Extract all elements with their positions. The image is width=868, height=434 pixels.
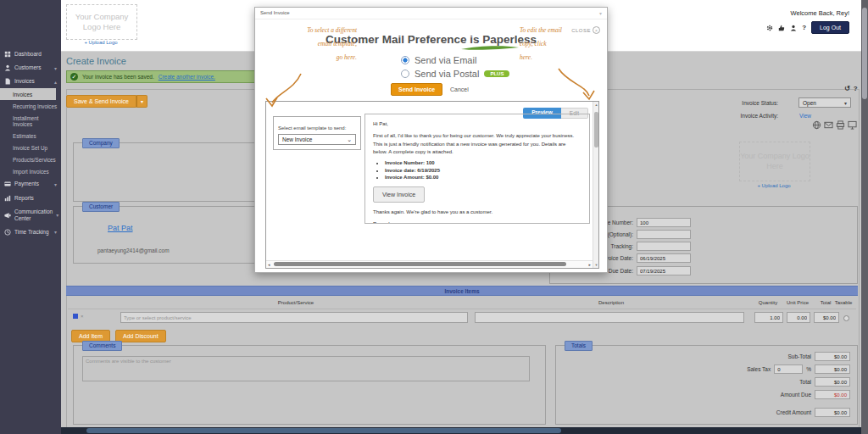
- send-invoice-modal: Send Invoice ▾ CLOSE × Customer Mail Pre…: [254, 7, 608, 273]
- modal-send-invoice-button[interactable]: Send Invoice: [391, 83, 442, 96]
- scrollbar-thumb[interactable]: [594, 112, 598, 147]
- comments-textarea[interactable]: [82, 356, 530, 381]
- sales-tax-rate-input[interactable]: [774, 364, 803, 374]
- globe-icon[interactable]: [812, 120, 821, 130]
- quantity-input[interactable]: [754, 312, 783, 323]
- unit-price-input[interactable]: [787, 312, 810, 323]
- radio-selected-icon[interactable]: [401, 56, 409, 64]
- green-underline-swoosh: [460, 45, 520, 51]
- percent-sign: %: [806, 366, 811, 372]
- email-body-text: First of all, I'd like to thank you for …: [373, 132, 581, 156]
- gear-icon[interactable]: [766, 25, 773, 31]
- scroll-right-icon[interactable]: ▸: [588, 262, 591, 267]
- save-send-invoice-button[interactable]: Save & Send Invoice: [66, 95, 136, 108]
- total-row: Total $0.00: [799, 377, 850, 387]
- user-icon[interactable]: [790, 25, 797, 31]
- sidebar-item-reports[interactable]: Reports: [0, 192, 61, 205]
- scroll-down-icon[interactable]: ▼: [593, 263, 599, 267]
- send-via-email-option[interactable]: Send via Email: [401, 55, 509, 65]
- create-another-invoice-link[interactable]: Create another invoice.: [159, 74, 215, 80]
- email-closing: Thanks again. We're glad to have you as …: [373, 209, 581, 216]
- sidebar-item-customers[interactable]: Customers ▾: [0, 61, 61, 75]
- grid-icon: [4, 51, 11, 58]
- col-quantity: Quantity: [748, 300, 788, 305]
- totals-section-label: Totals: [565, 341, 593, 351]
- email-bullet-invoice-date: Invoice date: 6/19/2025: [385, 168, 581, 173]
- help-icon[interactable]: ?: [854, 85, 858, 92]
- sidebar-item-invoices[interactable]: Invoices ▴: [0, 75, 61, 88]
- clock-icon: [4, 229, 11, 236]
- send-via-postal-option[interactable]: Send via Postal PLUS: [401, 69, 509, 79]
- col-description: Description: [475, 300, 748, 305]
- history-icon[interactable]: ↺: [844, 85, 850, 92]
- scrollbar-thumb[interactable]: [274, 262, 566, 266]
- sidebar-item-dashboard[interactable]: Dashboard: [0, 47, 61, 61]
- customer-name-link[interactable]: Pat Pat: [108, 224, 133, 232]
- credit-amount-label: Credit Amount: [776, 409, 811, 415]
- sidebar-subitem-installment-invoices[interactable]: Installment Invoices: [0, 112, 61, 130]
- print-icon[interactable]: [836, 120, 845, 130]
- template-select[interactable]: New Invoice ⌄: [278, 134, 356, 145]
- row-handle-icon[interactable]: [73, 314, 78, 319]
- panel-horizontal-scrollbar[interactable]: ◂ ▸: [266, 260, 593, 268]
- product-service-input[interactable]: [120, 312, 468, 323]
- sidebar-subitem-invoices[interactable]: Invoices: [0, 88, 56, 100]
- view-invoice-button[interactable]: View Invoice: [373, 186, 425, 203]
- sidebar-subitem-invoice-set-up[interactable]: Invoice Set Up: [0, 142, 61, 153]
- tracking-input[interactable]: [637, 242, 691, 251]
- invoice-items-title: Invoice Items: [444, 288, 479, 294]
- sidebar-item-payments[interactable]: Payments ▾: [0, 177, 61, 191]
- total-input[interactable]: [814, 312, 839, 323]
- monitor-icon[interactable]: [848, 120, 857, 130]
- help-icon[interactable]: ?: [802, 24, 806, 31]
- description-input[interactable]: [475, 312, 744, 323]
- check-icon: ✓: [70, 73, 78, 81]
- bar-chart-icon: [4, 195, 11, 202]
- logout-button[interactable]: Log Out: [811, 21, 849, 34]
- delete-row-icon[interactable]: ×: [81, 314, 84, 319]
- company-logo-placeholder[interactable]: Your Company Logo Here: [66, 4, 137, 40]
- template-picker: Select email template to send: New Invoi…: [273, 116, 361, 150]
- chevron-down-icon: ▾: [54, 229, 57, 235]
- mail-option-group: Send via Email Send via Postal PLUS: [401, 55, 509, 82]
- total-label: Total: [799, 379, 811, 385]
- due-date-input[interactable]: [637, 266, 691, 275]
- thumbs-up-icon[interactable]: [778, 25, 785, 31]
- page-vertical-scrollbar[interactable]: [861, 0, 868, 434]
- welcome-message: Welcome Back, Rey!: [791, 9, 849, 17]
- invoice-status-select[interactable]: Open▾: [798, 97, 851, 108]
- subtotal-row: Sub-Total $0.00: [788, 352, 850, 361]
- modal-title: Send Invoice: [260, 10, 290, 15]
- invoice-logo-placeholder[interactable]: Your Company Logo Here: [739, 142, 810, 181]
- scroll-left-icon[interactable]: ◂: [268, 262, 270, 267]
- email-detail-list: Invoice Number: 100 Invoice date: 6/19/2…: [385, 160, 581, 180]
- customer-email: pantaeyung2414@gmail.com: [97, 248, 170, 253]
- scrollbar-thumb[interactable]: [862, 8, 867, 99]
- invoice-number-input[interactable]: [637, 218, 691, 227]
- panel-vertical-scrollbar[interactable]: ▲ ▼: [593, 102, 598, 268]
- cancel-link[interactable]: Cancel: [450, 86, 469, 92]
- add-discount-button[interactable]: Add Discount: [115, 330, 166, 342]
- upload-logo-link[interactable]: + Upload Logo: [66, 40, 136, 45]
- sidebar-subitem-estimates[interactable]: Estimates: [0, 130, 61, 142]
- save-send-dropdown-caret[interactable]: ▾: [136, 95, 147, 108]
- invoice-items-header-bar: Invoice Items: [66, 286, 858, 296]
- email-bullet-invoice-amount: Invoice Amount: $0.00: [385, 175, 581, 180]
- scrollbar-thumb[interactable]: [86, 428, 561, 433]
- sidebar-subitem-import-invoices[interactable]: Import Invoices: [0, 165, 61, 177]
- sidebar-subitem-recurring-invoices[interactable]: Recurring Invoices: [0, 100, 61, 112]
- sidebar-item-communication-center[interactable]: Communication Center ▾: [0, 205, 61, 225]
- user-icon: [4, 64, 11, 71]
- radio-unselected-icon[interactable]: [401, 70, 409, 78]
- page-horizontal-scrollbar[interactable]: [61, 427, 861, 434]
- email-icon[interactable]: [824, 120, 833, 130]
- invoice-date-input[interactable]: [637, 253, 691, 263]
- po-number-input[interactable]: [637, 230, 691, 239]
- sidebar-item-time-tracking[interactable]: Time Tracking ▾: [0, 225, 61, 239]
- invoice-activity-view-link[interactable]: View: [799, 113, 811, 119]
- sidebar-subitem-products-services[interactable]: Products/Services: [0, 153, 61, 165]
- upload-logo-link[interactable]: + Upload Logo: [739, 183, 809, 188]
- invoice-activity-label: Invoice Activity:: [727, 113, 778, 119]
- taxable-checkbox[interactable]: [843, 315, 849, 321]
- email-greeting: Hi Pat,: [373, 120, 581, 128]
